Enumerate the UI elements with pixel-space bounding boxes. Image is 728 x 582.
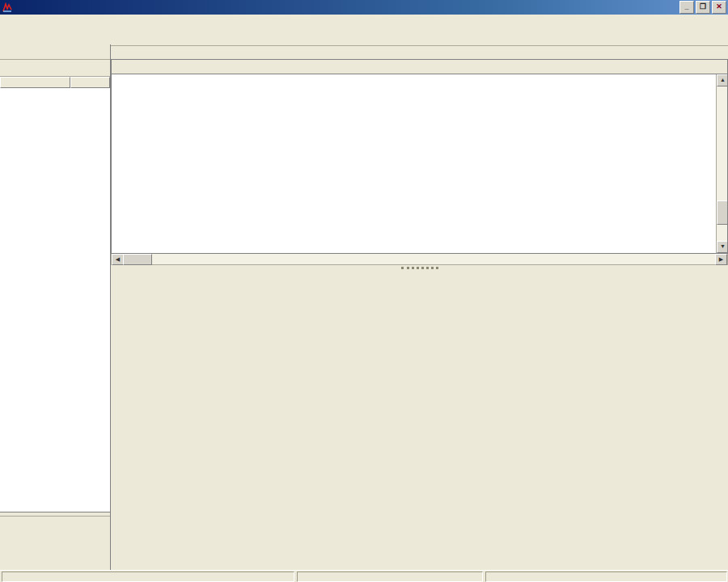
status-unit-system — [297, 571, 483, 582]
file-list-col-name[interactable] — [0, 77, 70, 88]
results-table-container: ▲ ▼ — [111, 74, 728, 254]
quick-info-panel — [0, 512, 110, 517]
cpt-file-list — [0, 88, 110, 517]
quick-info-title — [0, 512, 110, 517]
status-bar — [0, 570, 728, 582]
horizontal-scroll-thumb[interactable] — [123, 254, 152, 265]
close-button[interactable]: ✕ — [712, 1, 726, 14]
splitter[interactable] — [111, 265, 728, 271]
cpt-file-manager-panel — [0, 44, 111, 570]
file-list-col-depth[interactable] — [70, 77, 110, 88]
file-manager-title — [0, 44, 110, 60]
sbtn-plot-block — [421, 271, 726, 571]
title-bar: _ ❐ ✕ — [0, 0, 728, 15]
vertical-scroll-thumb[interactable] — [717, 200, 728, 225]
plots-panel — [111, 271, 728, 571]
horizontal-scrollbar[interactable]: ◀ ▶ — [111, 254, 728, 265]
sbt-plot-block — [112, 271, 418, 571]
app-icon — [2, 2, 12, 12]
status-app-info — [2, 571, 294, 582]
minimize-button[interactable]: _ — [679, 1, 694, 14]
file-list-header — [0, 77, 110, 88]
cpet-it-window: { "window": {"title": "CPeT-IT v.1.0"}, … — [0, 0, 728, 582]
scroll-down-button[interactable]: ▼ — [717, 241, 728, 253]
scroll-left-button[interactable]: ◀ — [112, 254, 124, 265]
scroll-right-button[interactable]: ▶ — [715, 254, 727, 265]
scroll-up-button[interactable]: ▲ — [717, 74, 728, 86]
sbt-plot — [112, 273, 418, 556]
file-manager-toolbar — [0, 60, 110, 77]
menu-bar — [0, 15, 728, 27]
sbtn-plot — [421, 273, 726, 556]
results-header — [111, 59, 728, 74]
vertical-scrollbar[interactable]: ▲ ▼ — [716, 74, 727, 253]
status-filler — [485, 571, 727, 582]
restore-button[interactable]: ❐ — [696, 1, 710, 14]
main-content: ▲ ▼ ◀ ▶ — [111, 44, 728, 570]
content-tab-strip — [111, 44, 728, 59]
main-toolbar — [0, 27, 728, 46]
